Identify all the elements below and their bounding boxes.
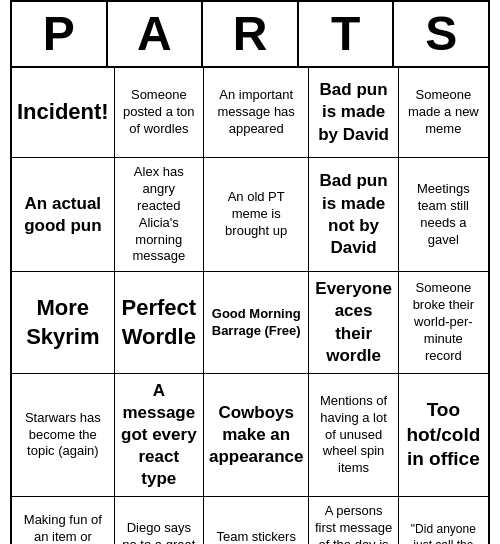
bingo-header: PARTS — [12, 2, 488, 68]
header-letter-t: T — [299, 2, 395, 66]
bingo-cell-1: Someone posted a ton of wordles — [115, 68, 204, 158]
bingo-cell-11: Perfect Wordle — [115, 272, 204, 373]
header-letter-s: S — [394, 2, 488, 66]
bingo-cell-12: Good Morning Barrage (Free) — [204, 272, 310, 373]
bingo-card: PARTS Incident!Someone posted a ton of w… — [10, 0, 490, 544]
bingo-cell-14: Someone broke their world-per-minute rec… — [399, 272, 488, 373]
bingo-cell-18: Mentions of having a lot of unused wheel… — [309, 374, 398, 497]
bingo-cell-0: Incident! — [12, 68, 115, 158]
bingo-cell-2: An important message has appeared — [204, 68, 310, 158]
bingo-cell-4: Someone made a new meme — [399, 68, 488, 158]
bingo-cell-10: More Skyrim — [12, 272, 115, 373]
bingo-cell-3: Bad pun is made by David — [309, 68, 398, 158]
header-letter-p: P — [12, 2, 108, 66]
bingo-cell-21: Diego says no to a great idea — [115, 497, 204, 544]
bingo-cell-19: Too hot/cold in office — [399, 374, 488, 497]
bingo-cell-9: Meetings team still needs a gavel — [399, 158, 488, 272]
header-letter-a: A — [108, 2, 204, 66]
bingo-cell-7: An old PT meme is brought up — [204, 158, 310, 272]
bingo-cell-6: Alex has angry reacted Alicia's morning … — [115, 158, 204, 272]
bingo-cell-13: Everyone aces their wordle — [309, 272, 398, 373]
bingo-cell-22: Team stickers being used — [204, 497, 310, 544]
header-letter-r: R — [203, 2, 299, 66]
bingo-cell-17: Cowboys make an appearance — [204, 374, 310, 497]
bingo-cell-23: A persons first message of the day is th… — [309, 497, 398, 544]
bingo-cell-24: "Did anyone just call the HELPLine?" — [399, 497, 488, 544]
bingo-cell-8: Bad pun is made not by David — [309, 158, 398, 272]
bingo-grid: Incident!Someone posted a ton of wordles… — [12, 68, 488, 544]
bingo-cell-20: Making fun of an item or customer in sup… — [12, 497, 115, 544]
bingo-cell-15: Starwars has become the topic (again) — [12, 374, 115, 497]
bingo-cell-16: A message got every react type — [115, 374, 204, 497]
bingo-cell-5: An actual good pun — [12, 158, 115, 272]
